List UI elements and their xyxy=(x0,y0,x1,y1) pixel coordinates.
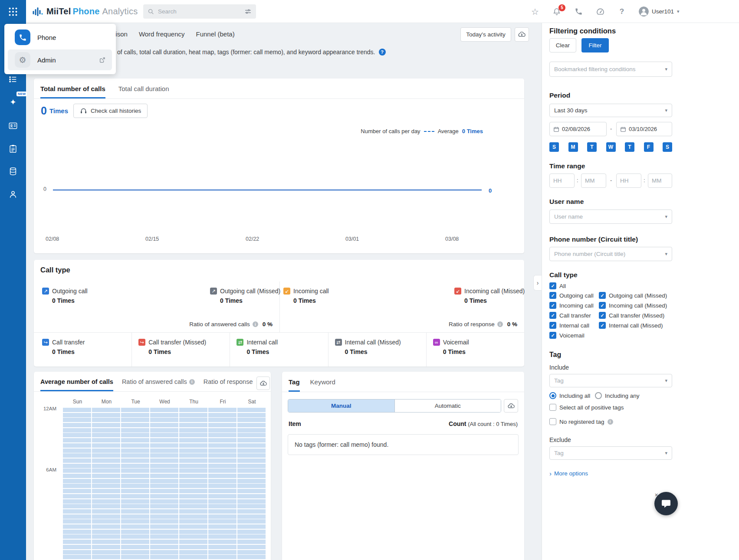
tags-empty-state: No tags (former: call memo) found. xyxy=(288,434,519,455)
download-report-button[interactable] xyxy=(515,27,529,42)
weekday-wed-button[interactable]: W xyxy=(606,142,616,152)
checkbox-all[interactable]: ✓All xyxy=(549,282,566,289)
date-range-dash: - xyxy=(610,125,612,132)
checkbox-voicemail[interactable]: ✓Voicemail xyxy=(549,332,585,339)
internal-call-icon: ⇄ xyxy=(236,339,243,346)
app-switcher-menu: Phone ⚙ Admin xyxy=(4,24,116,74)
more-options-link[interactable]: › More options xyxy=(549,470,588,477)
tab-funnel-beta[interactable]: Funnel (beta) xyxy=(196,30,234,38)
phone-icon[interactable] xyxy=(574,7,583,16)
tab-total-number-of-calls[interactable]: Total number of calls xyxy=(40,79,105,98)
sidebar-item-data[interactable] xyxy=(8,166,18,177)
tab-total-call-duration[interactable]: Total call duration xyxy=(118,79,169,98)
dashboard-gauge-icon[interactable] xyxy=(595,7,605,16)
tag-mode-toggle: Manual Automatic xyxy=(288,399,501,413)
automatic-toggle-button[interactable]: Automatic xyxy=(394,400,501,412)
time-from-minute-input[interactable] xyxy=(581,174,606,188)
legend-average-value: 0 Times xyxy=(462,128,483,134)
checkbox-internal-call-missed[interactable]: ✓Internal call (Missed) xyxy=(599,322,663,329)
calls-card-tabs: Total number of calls Total call duratio… xyxy=(34,79,524,99)
column-item: Item xyxy=(289,420,301,427)
tab-tag[interactable]: Tag xyxy=(289,372,300,392)
tab-keyword[interactable]: Keyword xyxy=(310,372,335,392)
download-heatmap-button[interactable] xyxy=(256,377,270,390)
chat-close-button[interactable]: × xyxy=(652,491,660,499)
download-tags-button[interactable] xyxy=(504,399,518,413)
tab-ratio-of-answered-calls[interactable]: Ratio of answered callsi xyxy=(122,372,195,391)
checkbox-incoming-call[interactable]: ✓Incoming call xyxy=(549,302,594,309)
description-help-icon[interactable]: ? xyxy=(379,49,386,56)
chevron-down-icon: ▾ xyxy=(665,251,667,257)
clear-button[interactable]: Clear xyxy=(549,38,576,52)
help-icon[interactable]: ? xyxy=(617,7,627,16)
search-filter-icon[interactable] xyxy=(244,8,252,15)
date-to-input[interactable] xyxy=(616,122,672,136)
time-to-hour-input[interactable] xyxy=(616,174,641,188)
todays-activity-button[interactable]: Today's activity xyxy=(460,27,511,42)
check-call-histories-label: Check call histories xyxy=(91,108,141,114)
date-from-input[interactable] xyxy=(549,122,607,136)
manual-toggle-button[interactable]: Manual xyxy=(288,400,394,412)
checkbox-call-transfer-missed[interactable]: ✓Call transfer (Missed) xyxy=(599,312,664,319)
avatar xyxy=(639,7,649,16)
user-menu[interactable]: User101 ▾ xyxy=(639,7,680,16)
favorites-star-icon[interactable]: ☆ xyxy=(530,7,540,16)
tag-keyword-card: Tag Keyword Manual Automatic Item Count … xyxy=(282,372,524,560)
checkbox-internal-call[interactable]: ✓Internal call xyxy=(549,322,589,329)
checkbox-select-all-positive-tags[interactable]: Select all of positive tags xyxy=(549,404,624,411)
logo-text-analytics: Analytics xyxy=(102,7,138,16)
weekday-thu-button[interactable]: T xyxy=(625,142,634,152)
sidebar-item-users[interactable] xyxy=(8,189,18,200)
time-from-hour-input[interactable] xyxy=(549,174,575,188)
filter-button[interactable]: Filter xyxy=(581,38,609,52)
tab-ratio-of-response[interactable]: Ratio of response xyxy=(204,372,253,391)
checkbox-no-registered-tag[interactable]: No registered tagi xyxy=(549,418,613,425)
user-name-label: User name xyxy=(549,198,584,206)
info-icon[interactable]: i xyxy=(497,321,503,327)
call-type-card: Call type ↗ Outgoing call 0 Times ↗ Outg… xyxy=(34,260,524,367)
sidebar-item-tasks[interactable] xyxy=(8,144,18,154)
outgoing-call-missed-icon: ↗ xyxy=(210,288,217,295)
weekday-mon-button[interactable]: M xyxy=(568,142,578,152)
info-icon[interactable]: i xyxy=(253,321,258,327)
chevron-down-icon: ▾ xyxy=(665,450,667,456)
app-menu-item-admin[interactable]: ⚙ Admin xyxy=(8,49,112,70)
info-icon[interactable]: i xyxy=(189,379,195,385)
calls-heatmap-grid[interactable] xyxy=(63,408,266,560)
exclude-tag-select[interactable]: Tag ▾ xyxy=(549,446,672,460)
checkbox-outgoing-call[interactable]: ✓Outgoing call xyxy=(549,292,594,299)
collapse-filter-panel-button[interactable]: › xyxy=(533,275,542,291)
chevron-down-icon: ▾ xyxy=(665,66,667,72)
phone-app-icon xyxy=(15,29,30,45)
checkbox-outgoing-call-missed[interactable]: ✓Outgoing call (Missed) xyxy=(599,292,667,299)
checkbox-call-transfer[interactable]: ✓Call transfer xyxy=(549,312,591,319)
search-input[interactable] xyxy=(158,8,241,15)
user-name-select[interactable]: User name ▾ xyxy=(549,210,672,224)
weekday-sun-button[interactable]: S xyxy=(549,142,559,152)
phone-number-select[interactable]: Phone number (Circuit title) ▾ xyxy=(549,247,672,261)
chevron-down-icon: ▾ xyxy=(665,378,667,383)
include-tag-select[interactable]: Tag ▾ xyxy=(549,374,672,387)
tab-word-frequency[interactable]: Word frequency xyxy=(139,30,185,38)
app-menu-item-phone[interactable]: Phone xyxy=(4,27,116,48)
checkbox-incoming-call-missed[interactable]: ✓Incoming call (Missed) xyxy=(599,302,667,309)
total-calls-unit: Times xyxy=(49,107,68,115)
apps-grid-icon[interactable] xyxy=(8,7,18,17)
global-search[interactable] xyxy=(143,4,256,19)
tab-average-number-of-calls[interactable]: Average number of calls xyxy=(40,372,113,391)
weekday-sat-button[interactable]: S xyxy=(663,142,672,152)
time-to-minute-input[interactable] xyxy=(648,174,672,188)
sidebar-item-ai-features[interactable]: ✦ NEW xyxy=(8,97,18,107)
app-menu-admin-label: Admin xyxy=(37,56,56,64)
info-icon[interactable]: i xyxy=(608,419,613,425)
weekday-fri-button[interactable]: F xyxy=(644,142,654,152)
period-select[interactable]: Last 30 days ▾ xyxy=(549,104,672,117)
sidebar-item-call-list[interactable] xyxy=(8,74,18,85)
radio-including-any[interactable]: Including any xyxy=(595,392,640,399)
notifications-bell-icon[interactable]: 5 xyxy=(552,7,562,16)
weekday-tue-button[interactable]: T xyxy=(587,142,597,152)
check-call-histories-button[interactable]: Check call histories xyxy=(73,104,148,118)
sidebar-item-contacts[interactable] xyxy=(8,121,18,131)
bookmarked-filters-select[interactable]: Bookmarked filtering conditions ▾ xyxy=(549,62,672,77)
radio-including-all[interactable]: Including all xyxy=(549,392,590,399)
